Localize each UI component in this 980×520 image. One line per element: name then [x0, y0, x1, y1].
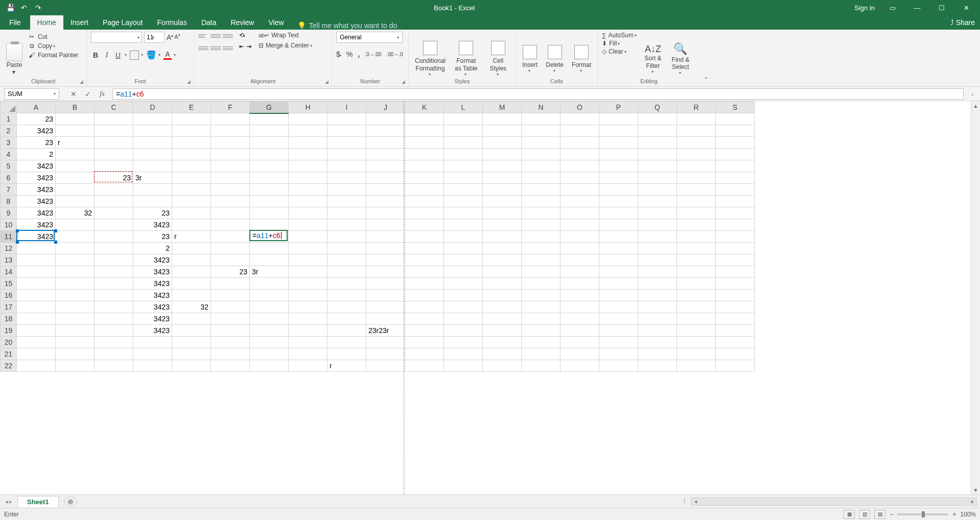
cell-M11[interactable] — [483, 231, 522, 243]
cell-F11[interactable] — [211, 231, 250, 243]
col-header-B[interactable]: B — [56, 102, 95, 113]
cell-S20[interactable] — [716, 337, 755, 348]
cell-M22[interactable] — [483, 360, 522, 372]
row-header-21[interactable]: 21 — [1, 348, 17, 360]
cell-I13[interactable] — [328, 254, 366, 266]
col-header-C[interactable]: C — [95, 102, 133, 113]
cell-E9[interactable] — [172, 207, 211, 219]
cell-S4[interactable] — [716, 149, 755, 160]
col-header-O[interactable]: O — [561, 102, 599, 113]
cell-F17[interactable] — [211, 301, 250, 313]
cell-A17[interactable] — [17, 301, 56, 313]
col-header-E[interactable]: E — [172, 102, 211, 113]
cell-R6[interactable] — [677, 172, 716, 184]
cell-H18[interactable] — [289, 313, 328, 325]
cell-I9[interactable] — [328, 207, 366, 219]
scroll-down-icon[interactable]: ▼ — [971, 485, 980, 494]
cell-B2[interactable] — [56, 125, 95, 137]
cell-A5[interactable]: 3423 — [17, 160, 56, 172]
cell-P20[interactable] — [599, 337, 638, 348]
col-header-G[interactable]: G — [250, 102, 289, 113]
cell-J2[interactable] — [366, 125, 405, 137]
cell-L5[interactable] — [444, 160, 483, 172]
cell-M9[interactable] — [483, 207, 522, 219]
decrease-indent-icon[interactable]: ⇤ — [239, 43, 244, 50]
cell-N13[interactable] — [522, 254, 561, 266]
cell-F6[interactable] — [211, 172, 250, 184]
cell-O22[interactable] — [561, 360, 599, 372]
cell-G17[interactable] — [250, 301, 289, 313]
cell-G19[interactable] — [250, 325, 289, 337]
cell-C16[interactable] — [95, 290, 133, 301]
grid-scroll[interactable]: ABCDEFGHIJKLMNOPQRS12323423323r425342363… — [0, 101, 971, 494]
orientation-icon[interactable]: ⟲▾ — [239, 32, 251, 39]
cell-P9[interactable] — [599, 207, 638, 219]
cell-D8[interactable] — [133, 196, 172, 207]
cell-K13[interactable] — [405, 254, 444, 266]
row-header-3[interactable]: 3 — [1, 137, 17, 149]
cell-M13[interactable] — [483, 254, 522, 266]
cell-J15[interactable] — [366, 278, 405, 290]
cell-D14[interactable]: 3423 — [133, 266, 172, 278]
active-cell-edit[interactable]: =a11+c6 — [249, 230, 288, 241]
cell-M12[interactable] — [483, 243, 522, 254]
cell-E19[interactable] — [172, 325, 211, 337]
cell-O8[interactable] — [561, 196, 599, 207]
select-all-corner[interactable] — [1, 102, 17, 113]
ribbon-display-icon[interactable]: ▭ — [881, 0, 904, 15]
cell-J7[interactable] — [366, 184, 405, 196]
cell-Q11[interactable] — [638, 231, 677, 243]
cell-B13[interactable] — [56, 254, 95, 266]
cell-R21[interactable] — [677, 348, 716, 360]
font-size-input[interactable]: 11▾ — [144, 32, 165, 43]
cell-N15[interactable] — [522, 278, 561, 290]
cell-I16[interactable] — [328, 290, 366, 301]
cell-Q7[interactable] — [638, 184, 677, 196]
cell-R2[interactable] — [677, 125, 716, 137]
cell-F19[interactable] — [211, 325, 250, 337]
cell-Q1[interactable] — [638, 113, 677, 125]
cell-A22[interactable] — [17, 360, 56, 372]
cell-N21[interactable] — [522, 348, 561, 360]
cell-E4[interactable] — [172, 149, 211, 160]
cell-S10[interactable] — [716, 219, 755, 231]
cell-O13[interactable] — [561, 254, 599, 266]
cell-L16[interactable] — [444, 290, 483, 301]
cell-I3[interactable] — [328, 137, 366, 149]
page-layout-view-icon[interactable]: ▥ — [859, 510, 870, 519]
cell-L19[interactable] — [444, 325, 483, 337]
cell-S3[interactable] — [716, 137, 755, 149]
cell-P1[interactable] — [599, 113, 638, 125]
cell-N16[interactable] — [522, 290, 561, 301]
cell-C7[interactable] — [95, 184, 133, 196]
cell-A14[interactable] — [17, 266, 56, 278]
cell-C19[interactable] — [95, 325, 133, 337]
cell-H1[interactable] — [289, 113, 328, 125]
cell-A2[interactable]: 3423 — [17, 125, 56, 137]
percent-icon[interactable]: % — [346, 50, 353, 58]
cell-I15[interactable] — [328, 278, 366, 290]
signin-button[interactable]: Sign in — [849, 4, 880, 12]
cell-H2[interactable] — [289, 125, 328, 137]
align-right-icon[interactable] — [223, 44, 233, 52]
clear-button[interactable]: ◇Clear▾ — [602, 48, 637, 55]
cell-M14[interactable] — [483, 266, 522, 278]
cell-H17[interactable] — [289, 301, 328, 313]
cell-R9[interactable] — [677, 207, 716, 219]
cell-H22[interactable] — [289, 360, 328, 372]
cell-P15[interactable] — [599, 278, 638, 290]
cell-M6[interactable] — [483, 172, 522, 184]
cell-K16[interactable] — [405, 290, 444, 301]
cell-F9[interactable] — [211, 207, 250, 219]
scroll-up-icon[interactable]: ▲ — [971, 101, 980, 110]
cell-N4[interactable] — [522, 149, 561, 160]
cell-S9[interactable] — [716, 207, 755, 219]
cell-L11[interactable] — [444, 231, 483, 243]
zoom-slider[interactable] — [897, 513, 948, 515]
horizontal-scrollbar[interactable]: ◂ ▸ — [691, 498, 977, 506]
fx-icon[interactable]: fx — [96, 88, 108, 100]
cell-R13[interactable] — [677, 254, 716, 266]
cell-C22[interactable] — [95, 360, 133, 372]
cell-D6[interactable]: 3r — [133, 172, 172, 184]
fill-button[interactable]: ⬇Fill▾ — [602, 40, 637, 47]
